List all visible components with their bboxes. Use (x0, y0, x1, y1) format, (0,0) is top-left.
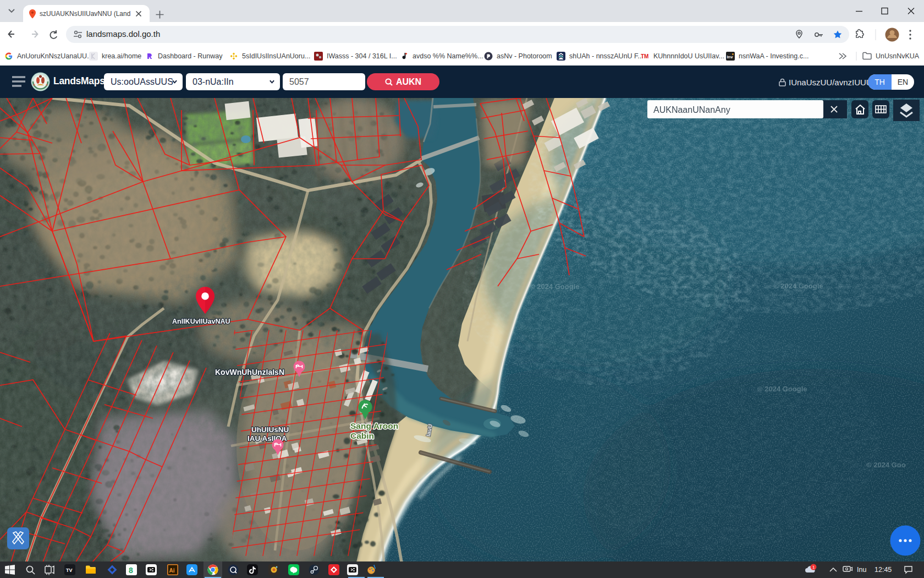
svg-text:Ai: Ai (169, 568, 175, 574)
svg-text:AUKNaanUNanAny: AUKNaanUNanAny (653, 105, 730, 114)
svg-text:Inv: Inv (727, 54, 734, 59)
svg-text:8: 8 (129, 566, 133, 575)
svg-text:© 2024 Google: © 2024 Google (773, 282, 823, 290)
svg-text:UhUIUsNU: UhUIUsNU (251, 426, 289, 434)
svg-text:1: 1 (812, 565, 815, 570)
svg-text:© 2024 Google: © 2024 Google (757, 385, 807, 393)
svg-text:Cabin: Cabin (350, 431, 374, 440)
svg-text:© 2024 Google: © 2024 Google (530, 282, 580, 291)
svg-text:Sang Aroon: Sang Aroon (350, 421, 398, 430)
svg-text:TM: TM (641, 53, 648, 59)
svg-text:© 2024 Goo: © 2024 Goo (866, 461, 906, 469)
svg-text:AnIIKUvIIUavNAU: AnIIKUvIIUavNAU (172, 318, 230, 325)
svg-text:TV: TV (66, 568, 73, 573)
svg-text:KovWnUhUnzIaIsN: KovWnUhUnzIaIsN (215, 368, 284, 377)
